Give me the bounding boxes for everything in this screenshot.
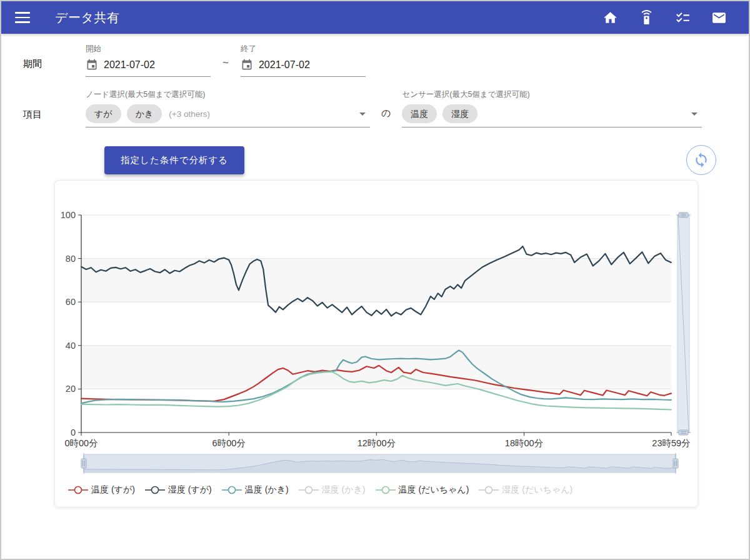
legend-label: 温度 (かき) — [245, 484, 289, 496]
checklist-icon[interactable] — [674, 9, 691, 26]
legend-label: 湿度 (かき) — [322, 484, 366, 496]
x-tick-label: 18時00分 — [505, 438, 544, 448]
app-window: データ共有 期間 開始 — [0, 0, 750, 560]
split-band — [81, 259, 671, 302]
legend-item-1[interactable]: 湿度 (すが) — [144, 484, 212, 496]
sensor-select[interactable]: センサー選択(最大5個まで選択可能) 温度 湿度 — [402, 89, 702, 128]
remote-icon[interactable] — [638, 9, 654, 26]
sync-icon — [693, 152, 709, 168]
legend-label: 湿度 (すが) — [168, 484, 212, 496]
y-tick-label: 20 — [66, 384, 76, 394]
x-tick-label: 0時00分 — [64, 438, 98, 448]
sensor-chip[interactable]: 温度 — [402, 104, 437, 123]
legend-marker-icon — [375, 485, 396, 495]
action-row: 指定した条件で分析する — [1, 145, 749, 175]
start-date-label: 開始 — [86, 44, 211, 54]
legend-item-3[interactable]: 湿度 (かき) — [298, 484, 366, 496]
end-date-value[interactable]: 2021-07-02 — [259, 59, 310, 71]
start-date-field[interactable]: 開始 2021-07-02 — [86, 44, 211, 77]
legend-marker-icon — [144, 485, 166, 495]
end-date-label: 終了 — [241, 44, 366, 54]
calendar-icon[interactable] — [86, 59, 98, 71]
node-chip[interactable]: かき — [127, 104, 162, 123]
node-more-text: (+3 others) — [169, 109, 210, 119]
legend-label: 温度 (だいちゃん) — [399, 484, 469, 496]
node-chip[interactable]: すが — [86, 104, 121, 123]
legend-item-4[interactable]: 温度 (だいちゃん) — [375, 484, 469, 496]
y-tick-label: 0 — [71, 428, 76, 438]
y-tick-label: 60 — [66, 297, 76, 307]
y-slider-handle-bottom[interactable] — [679, 430, 688, 435]
y-tick-label: 100 — [61, 210, 76, 220]
legend-label: 温度 (すが) — [91, 484, 135, 496]
x-tick-label: 23時59分 — [652, 438, 691, 448]
analysis-chart[interactable]: 0204060801000時00分6時00分12時00分18時00分23時59分 — [61, 187, 692, 481]
navigator-handle-left[interactable] — [81, 459, 86, 468]
navigator-selection[interactable] — [84, 454, 676, 472]
period-row: 期間 開始 2021-07-02 ~ 終了 2021-07-02 — [23, 44, 727, 77]
legend-marker-icon — [298, 485, 319, 495]
end-date-field[interactable]: 終了 2021-07-02 — [241, 44, 366, 77]
sensor-chip[interactable]: 湿度 — [442, 104, 478, 123]
sensor-select-label: センサー選択(最大5個まで選択可能) — [402, 89, 702, 100]
period-label: 期間 — [23, 58, 86, 77]
mail-icon[interactable] — [711, 9, 727, 26]
range-tilde: ~ — [222, 57, 229, 77]
navigator-handle-right[interactable] — [673, 459, 678, 468]
item-row: 項目 ノード選択(最大5個まで選択可能) すが かき (+3 others) の… — [23, 89, 727, 128]
analyze-button[interactable]: 指定した条件で分析する — [104, 146, 244, 174]
legend-item-0[interactable]: 温度 (すが) — [68, 484, 135, 496]
legend-item-2[interactable]: 温度 (かき) — [221, 484, 289, 496]
menu-icon[interactable] — [15, 12, 30, 23]
x-tick-label: 12時00分 — [358, 438, 396, 448]
node-select-label: ノード選択(最大5個まで選択可能) — [86, 89, 370, 100]
legend-marker-icon — [478, 485, 499, 495]
chevron-down-icon[interactable] — [687, 106, 702, 121]
home-icon[interactable] — [602, 9, 618, 26]
y-range-slider[interactable] — [676, 212, 691, 435]
chart-legend: 温度 (すが)湿度 (すが)温度 (かき)湿度 (かき)温度 (だいちゃん)湿度… — [55, 484, 698, 496]
particle-no: の — [381, 108, 391, 128]
refresh-button[interactable] — [686, 145, 716, 175]
y-tick-label: 40 — [66, 341, 76, 351]
item-label: 項目 — [23, 109, 86, 128]
calendar-icon[interactable] — [241, 59, 253, 71]
y-slider-handle-top[interactable] — [679, 212, 688, 218]
y-tick-label: 80 — [66, 254, 76, 264]
legend-item-5[interactable]: 湿度 (だいちゃん) — [478, 484, 572, 496]
app-bar: データ共有 — [1, 1, 749, 34]
x-range-slider[interactable] — [81, 453, 678, 474]
legend-marker-icon — [221, 485, 242, 495]
x-tick-label: 6時00分 — [212, 438, 246, 448]
legend-label: 湿度 (だいちゃん) — [502, 484, 572, 496]
legend-marker-icon — [68, 485, 89, 495]
start-date-value[interactable]: 2021-07-02 — [104, 59, 155, 71]
chart-card: 0204060801000時00分6時00分12時00分18時00分23時59分… — [54, 180, 698, 508]
chevron-down-icon[interactable] — [355, 106, 370, 121]
page-title: データ共有 — [55, 9, 119, 26]
node-select[interactable]: ノード選択(最大5個まで選択可能) すが かき (+3 others) — [86, 89, 370, 128]
